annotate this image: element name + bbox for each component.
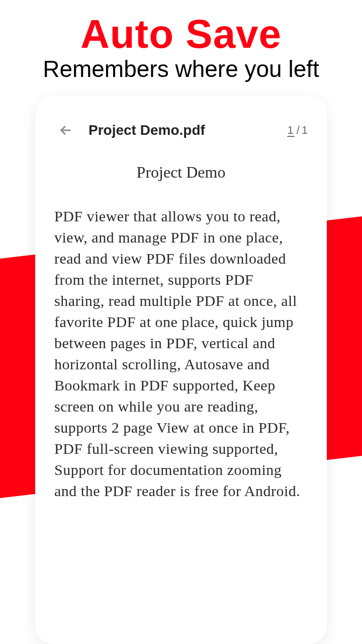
page-total: 1 bbox=[302, 124, 309, 137]
phone-mockup: Project Demo.pdf 1 / 1 Project Demo PDF … bbox=[35, 96, 327, 644]
page-current: 1 bbox=[286, 124, 295, 137]
document-body: PDF viewer that allows you to read, view… bbox=[53, 206, 309, 502]
file-name: Project Demo.pdf bbox=[88, 122, 272, 138]
back-button[interactable] bbox=[57, 122, 74, 139]
document-title: Project Demo bbox=[53, 163, 309, 182]
headline-title: Auto Save bbox=[0, 11, 362, 57]
viewer-toolbar: Project Demo.pdf 1 / 1 bbox=[53, 118, 309, 143]
arrow-left-icon bbox=[59, 123, 73, 137]
headline-subtitle: Remembers where you left bbox=[0, 55, 362, 83]
page-separator: / bbox=[297, 124, 301, 137]
page-counter[interactable]: 1 / 1 bbox=[286, 124, 309, 137]
marketing-headline: Auto Save Remembers where you left bbox=[0, 11, 362, 83]
